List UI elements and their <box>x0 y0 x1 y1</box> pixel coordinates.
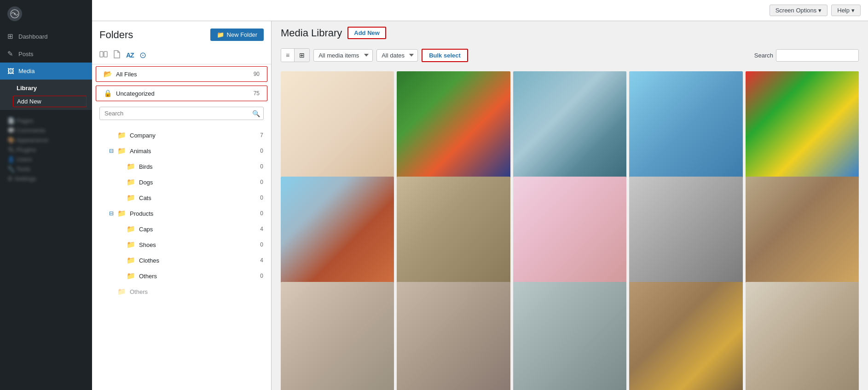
folder-item-cats[interactable]: 📁 Cats 0 <box>92 190 271 206</box>
all-files-count: 90 <box>254 71 260 77</box>
media-thumb-11[interactable] <box>281 282 394 390</box>
folder-item-shoes[interactable]: 📁 Shoes 0 <box>92 237 271 252</box>
sidebar-sub-addnew-label: Add New <box>17 98 41 105</box>
media-type-filter[interactable]: All media items <box>313 49 373 62</box>
others-label: Others <box>139 273 260 280</box>
folders-title: Folders <box>99 29 133 41</box>
media-thumb-5[interactable] <box>746 71 859 184</box>
others2-folder-icon: 📁 <box>117 287 126 296</box>
media-thumb-14[interactable] <box>629 282 742 390</box>
sidebar-item-dashboard[interactable]: ⊞ Dashboard <box>0 28 92 45</box>
folder-item-products[interactable]: ⊟ 📁 Products 0 <box>92 206 271 221</box>
sidebar: ⊞ Dashboard ✎ Posts 🖼 Media Library Add … <box>0 0 92 390</box>
animals-count: 0 <box>260 148 263 154</box>
new-folder-label: New Folder <box>227 31 257 38</box>
search-media-wrap: Search <box>754 49 859 62</box>
media-thumb-8[interactable] <box>513 177 626 290</box>
uncategorized-label: Uncategorized <box>116 90 254 97</box>
sidebar-item-media[interactable]: 🖼 Media <box>0 63 92 80</box>
az-sort-icon[interactable]: AZ <box>126 52 134 59</box>
all-files-folder-icon: 📂 <box>104 70 112 78</box>
cats-count: 0 <box>260 195 263 201</box>
media-thumb-2[interactable] <box>397 71 510 184</box>
cats-folder-icon: 📁 <box>127 194 135 202</box>
caps-label: Caps <box>139 226 260 233</box>
folder-item-birds[interactable]: 📁 Birds 0 <box>92 159 271 174</box>
folder-item-others[interactable]: 📁 Others 0 <box>92 268 271 284</box>
media-icon: 🖼 <box>7 67 15 75</box>
clothes-count: 4 <box>260 257 263 264</box>
folder-item-others2[interactable]: 📁 Others <box>92 284 271 299</box>
folder-item-uncategorized[interactable]: 🔒 Uncategorized 75 <box>96 86 267 101</box>
folder-item-dogs[interactable]: 📁 Dogs 0 <box>92 174 271 190</box>
bulk-select-label: Bulk select <box>429 52 461 59</box>
media-thumb-4[interactable] <box>629 71 742 184</box>
uncategorized-count: 75 <box>254 90 260 97</box>
caps-folder-icon: 📁 <box>127 225 135 233</box>
media-thumb-15[interactable] <box>746 282 859 390</box>
folder-item-all-files[interactable]: 📂 All Files 90 <box>96 66 267 82</box>
media-thumb-3[interactable] <box>513 71 626 184</box>
products-folder-icon: 📁 <box>117 209 126 218</box>
search-media-input[interactable] <box>776 49 859 62</box>
folder-item-company[interactable]: 📁 Company 7 <box>92 127 271 143</box>
sidebar-logo <box>0 0 92 28</box>
company-label: Company <box>130 132 260 139</box>
others-folder-icon: 📁 <box>127 272 135 280</box>
folders-header: Folders 📁 New Folder <box>92 21 271 46</box>
folder-item-clothes[interactable]: 📁 Clothes 4 <box>92 252 271 268</box>
folder-item-animals[interactable]: ⊟ 📁 Animals 0 <box>92 143 271 159</box>
sidebar-sub-library-label: Library <box>17 85 37 92</box>
add-new-button[interactable]: Add New <box>347 27 386 39</box>
svg-rect-2 <box>100 52 103 57</box>
help-button[interactable]: Help ▾ <box>831 5 861 16</box>
clothes-folder-icon: 📁 <box>127 256 135 264</box>
media-thumb-7[interactable] <box>397 177 510 290</box>
main-content: Screen Options ▾ Help ▾ Folders 📁 New Fo… <box>92 0 868 390</box>
folder-search-wrap: 🔍 <box>92 103 271 124</box>
media-toolbar: ≡ ⊞ All media items All dates Bulk selec… <box>272 45 868 66</box>
dots-icon[interactable]: ⊙ <box>139 50 146 60</box>
media-date-filter[interactable]: All dates <box>376 49 418 62</box>
sidebar-item-posts-label: Posts <box>18 51 34 57</box>
folder-search-input[interactable] <box>99 107 264 120</box>
media-thumb-13[interactable] <box>513 282 626 390</box>
split-icon[interactable] <box>99 50 108 60</box>
uncategorized-folder-icon: 🔒 <box>104 89 112 98</box>
clothes-label: Clothes <box>139 257 260 264</box>
posts-icon: ✎ <box>7 50 15 58</box>
shoes-folder-icon: 📁 <box>127 241 135 249</box>
new-folder-button[interactable]: 📁 New Folder <box>210 29 264 41</box>
folder-toolbar: AZ ⊙ <box>92 46 271 64</box>
media-thumb-12[interactable] <box>397 282 510 390</box>
media-thumb-1[interactable] <box>281 71 394 184</box>
caps-count: 4 <box>260 226 263 232</box>
sidebar-sub-item-library[interactable]: Library <box>0 81 92 95</box>
list-view-icon: ≡ <box>286 52 289 59</box>
bulk-select-button[interactable]: Bulk select <box>422 49 468 62</box>
media-thumb-9[interactable] <box>629 177 742 290</box>
media-submenu: Library Add New <box>0 80 92 110</box>
grid-view-icon: ⊞ <box>299 52 305 59</box>
products-count: 0 <box>260 210 263 217</box>
media-panel: Media Library Add New ≡ ⊞ All media item… <box>272 21 868 390</box>
animals-folder-icon: 📁 <box>117 147 126 155</box>
sidebar-item-media-label: Media <box>18 68 35 75</box>
screen-options-button[interactable]: Screen Options ▾ <box>770 5 828 16</box>
folder-item-caps[interactable]: 📁 Caps 4 <box>92 221 271 237</box>
shoes-count: 0 <box>260 241 263 248</box>
sidebar-sub-item-add-new[interactable]: Add New <box>13 96 87 107</box>
file-icon[interactable] <box>113 50 121 60</box>
media-thumb-10[interactable] <box>746 177 859 290</box>
products-label: Products <box>130 210 260 217</box>
dogs-count: 0 <box>260 179 263 185</box>
folder-search-icon[interactable]: 🔍 <box>252 110 260 117</box>
list-view-button[interactable]: ≡ <box>281 49 295 62</box>
grid-view-button[interactable]: ⊞ <box>295 49 309 62</box>
media-thumb-6[interactable] <box>281 177 394 290</box>
svg-rect-3 <box>104 52 107 57</box>
sidebar-item-posts[interactable]: ✎ Posts <box>0 45 92 63</box>
products-toggle-icon[interactable]: ⊟ <box>109 210 116 217</box>
animals-toggle-icon[interactable]: ⊟ <box>109 148 116 154</box>
company-folder-icon: 📁 <box>117 131 126 139</box>
